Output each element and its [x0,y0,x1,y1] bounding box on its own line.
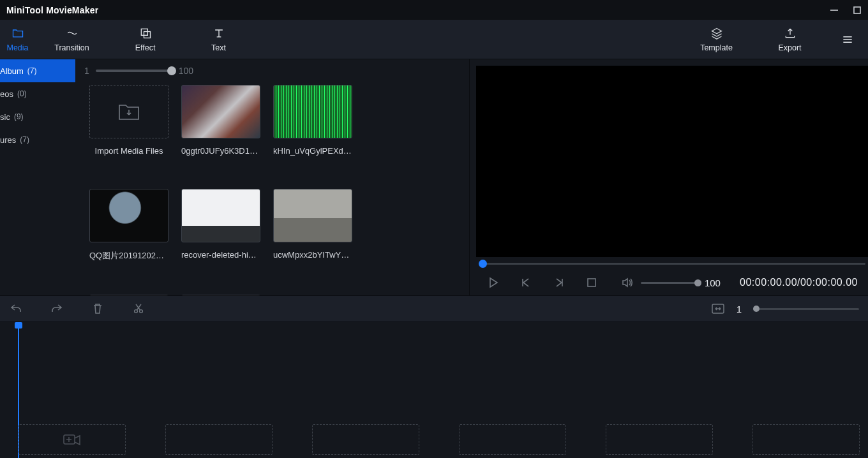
media-name: QQ图片20191202215506 [89,250,168,262]
clip-placeholder[interactable] [19,424,126,455]
scrub-track[interactable] [479,263,865,265]
timeline[interactable] [0,322,868,458]
sidebar-item-label: Album [0,66,24,76]
thumbnail-size-control: 1 100 [75,59,469,82]
undo-button[interactable] [9,302,23,316]
sidebar-item-label: ures [0,135,16,145]
template-button[interactable]: Template [680,20,753,59]
media-thumbnail [273,85,352,138]
sidebar-item-count: (9) [14,112,24,121]
main-toolbar: Media Transition Effect Text Template Ex… [0,20,868,59]
effect-tab[interactable]: Effect [108,20,182,59]
zoom-slider[interactable] [753,308,859,310]
text-tab-label: Text [211,43,226,52]
media-thumbnail [89,295,168,295]
text-tab[interactable]: Text [182,20,255,59]
sidebar-item-label: eos [0,89,13,99]
video-track[interactable] [19,424,868,455]
media-sidebar: Album (7) eos (0) sic (9) ures (7) [0,59,75,295]
prev-frame-button[interactable] [519,276,532,290]
thumb-size-min: 1 [84,66,89,76]
video-preview[interactable] [476,66,868,257]
fit-zoom-button[interactable] [711,302,725,316]
clip-placeholder[interactable] [606,424,713,455]
media-tile[interactable]: ucwMpxx2bYITwY7rZ… [273,189,352,262]
import-media-tile[interactable]: Import Media Files [89,85,168,156]
sidebar-item-count: (0) [17,89,27,98]
svg-rect-3 [144,31,150,38]
titlebar: MiniTool MovieMaker [0,0,868,20]
media-tile[interactable]: kHIn_uVqGylPEXd6D… [273,85,352,156]
sidebar-item-album[interactable]: Album (7) [0,59,75,82]
menu-button[interactable] [827,20,868,59]
media-thumbnail [273,189,352,242]
import-label: Import Media Files [89,146,168,156]
next-frame-button[interactable] [552,276,565,290]
window-controls [830,6,862,15]
sidebar-item-pictures[interactable]: ures (7) [0,128,75,151]
media-name: ucwMpxx2bYITwY7rZ… [273,250,352,260]
zoom-value: 1 [737,304,742,314]
volume-knob[interactable] [694,279,701,286]
media-tile[interactable] [181,295,260,295]
import-icon [89,85,168,138]
effect-tab-label: Effect [135,43,156,52]
volume-control: 100 [620,276,721,290]
scrub-handle[interactable] [479,260,487,268]
media-tile[interactable]: QQ图片20191202215506 [89,189,168,262]
media-panel: 1 100 Import Media Files 0ggtr0JUFy6K3D1… [75,59,469,295]
media-name: 0ggtr0JUFy6K3D1r_9aS… [181,146,260,156]
slider-knob[interactable] [167,66,176,75]
thumb-size-slider[interactable] [96,70,172,72]
clip-placeholder[interactable] [752,424,860,455]
media-name: kHIn_uVqGylPEXd6D… [273,146,352,156]
thumb-size-max: 100 [179,66,193,76]
export-button[interactable]: Export [753,20,827,59]
media-grid: Import Media Files 0ggtr0JUFy6K3D1r_9aS…… [89,85,459,295]
transition-tab[interactable]: Transition [35,20,108,59]
template-button-label: Template [700,43,733,52]
preview-panel: 100 00:00:00.00/00:00:00.00 [469,59,868,295]
player-controls: 100 00:00:00.00/00:00:00.00 [476,270,868,295]
media-name: recover-deleted-histor… [181,250,260,260]
sidebar-item-label: sic [0,112,10,122]
media-tile[interactable] [89,295,168,295]
timeline-toolbar: 1 [0,295,868,322]
transition-tab-label: Transition [54,43,89,52]
media-tile[interactable]: 0ggtr0JUFy6K3D1r_9aS… [181,85,260,156]
sidebar-item-videos[interactable]: eos (0) [0,82,75,105]
media-thumbnail [181,295,260,295]
media-tab-label: Media [6,43,28,52]
media-grid-scroll[interactable]: Import Media Files 0ggtr0JUFy6K3D1r_9aS…… [75,82,469,295]
stop-button[interactable] [585,276,598,290]
svg-rect-1 [854,7,860,13]
svg-rect-2 [141,29,147,35]
redo-button[interactable] [50,302,64,316]
clip-placeholder[interactable] [165,424,273,455]
svg-point-6 [140,310,143,313]
media-thumbnail [89,189,168,242]
preview-scrub [476,257,868,270]
delete-button[interactable] [91,302,105,316]
volume-icon[interactable] [620,276,634,290]
media-thumbnail [181,85,260,138]
media-tile[interactable]: recover-deleted-histor… [181,189,260,262]
sidebar-item-music[interactable]: sic (9) [0,105,75,128]
svg-point-5 [135,310,138,313]
timecode: 00:00:00.00/00:00:00.00 [740,277,858,288]
sidebar-item-count: (7) [20,135,29,144]
clip-placeholder[interactable] [459,424,566,455]
play-button[interactable] [486,276,500,290]
zoom-knob[interactable] [753,306,760,312]
timeline-ruler[interactable] [0,322,868,336]
maximize-button[interactable] [853,6,862,15]
split-button[interactable] [131,302,146,316]
media-tab[interactable]: Media [0,20,35,59]
svg-rect-4 [588,279,595,286]
minimize-button[interactable] [830,6,839,15]
clip-placeholder[interactable] [312,424,419,455]
app-title: MiniTool MovieMaker [6,5,98,15]
sidebar-item-count: (7) [27,66,37,75]
volume-slider[interactable] [641,282,698,284]
workspace: Album (7) eos (0) sic (9) ures (7) 1 100 [0,59,868,295]
